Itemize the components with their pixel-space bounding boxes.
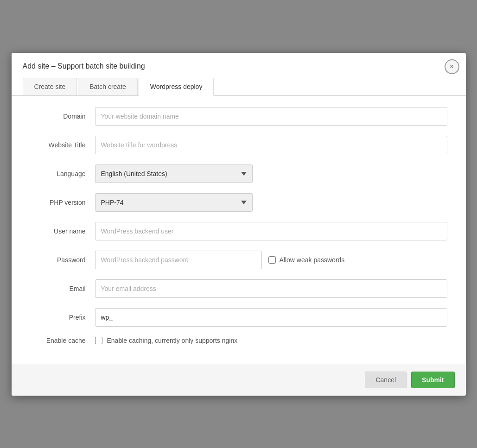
allow-weak-passwords-checkbox[interactable] — [268, 256, 276, 264]
form-body: Domain Website Title Language English (U… — [12, 96, 466, 364]
allow-weak-passwords-label[interactable]: Allow weak passwords — [280, 256, 345, 264]
domain-label: Domain — [30, 113, 95, 120]
allow-weak-passwords-group: Allow weak passwords — [268, 256, 345, 264]
submit-button[interactable]: Submit — [411, 372, 454, 388]
enable-cache-label: Enable cache — [30, 337, 95, 344]
domain-row: Domain — [30, 107, 447, 126]
email-input[interactable] — [95, 279, 447, 298]
cache-fields: Enable caching, currently only supports … — [95, 337, 447, 344]
tab-batch-create[interactable]: Batch create — [78, 78, 138, 95]
website-title-row: Website Title — [30, 136, 447, 154]
password-label: Password — [30, 256, 95, 264]
tab-bar: Create site Batch create Wordpress deplo… — [12, 78, 466, 96]
enable-cache-row: Enable cache Enable caching, currently o… — [30, 337, 447, 344]
username-input[interactable] — [95, 222, 447, 240]
website-title-input[interactable] — [95, 136, 447, 154]
prefix-label: Prefix — [30, 314, 95, 321]
cancel-button[interactable]: Cancel — [365, 372, 407, 388]
language-row: Language English (United States) English… — [30, 164, 447, 183]
php-version-label: PHP version — [30, 199, 95, 206]
password-row: Password Allow weak passwords — [30, 251, 447, 269]
php-version-select[interactable]: PHP-74 PHP-80 PHP-81 PHP-82 PHP-56 PHP-7… — [95, 193, 253, 212]
password-input[interactable] — [95, 251, 262, 269]
username-row: User name — [30, 222, 447, 240]
email-label: Email — [30, 285, 95, 292]
prefix-input[interactable] — [95, 308, 447, 327]
language-label: Language — [30, 170, 95, 177]
dialog-footer: Cancel Submit — [12, 364, 466, 396]
tab-create-site[interactable]: Create site — [23, 78, 77, 95]
dialog: × Add site – Support batch site building… — [12, 53, 466, 396]
close-button[interactable]: × — [445, 59, 459, 74]
domain-input[interactable] — [95, 107, 447, 126]
website-title-label: Website Title — [30, 141, 95, 149]
prefix-row: Prefix — [30, 308, 447, 327]
enable-cache-text[interactable]: Enable caching, currently only supports … — [107, 337, 238, 344]
php-version-row: PHP version PHP-74 PHP-80 PHP-81 PHP-82 … — [30, 193, 447, 212]
email-row: Email — [30, 279, 447, 298]
enable-cache-checkbox[interactable] — [95, 337, 102, 344]
dialog-title: Add site – Support batch site building — [12, 53, 466, 78]
close-icon: × — [450, 63, 454, 71]
language-select[interactable]: English (United States) English (UK) Fre… — [95, 164, 253, 183]
password-fields: Allow weak passwords — [95, 251, 447, 269]
tab-wordpress-deploy[interactable]: Wordpress deploy — [139, 78, 214, 96]
username-label: User name — [30, 227, 95, 235]
